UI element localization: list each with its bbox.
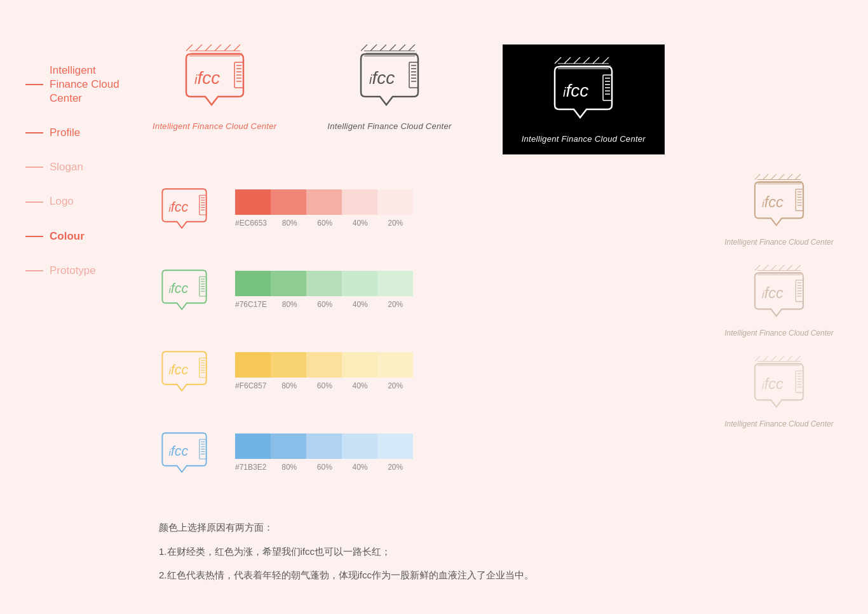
color-row-green: ifcc xyxy=(153,261,709,318)
sidebar-dash xyxy=(25,132,43,133)
svg-text:ifcc: ifcc xyxy=(194,68,220,88)
swatch-bar-green xyxy=(235,271,413,296)
svg-line-39 xyxy=(574,57,580,64)
pct-60: 60% xyxy=(307,463,342,472)
pct-80: 80% xyxy=(272,219,307,228)
right-logo-label-3: Intelligent Finance Cloud Center xyxy=(724,420,833,428)
sidebar-dash xyxy=(25,84,43,85)
svg-line-89 xyxy=(779,174,784,179)
hex-value: #F6C857 xyxy=(235,381,266,390)
sidebar-item-logo[interactable]: Logo xyxy=(25,194,121,208)
logo-label-red: Intelligent Finance Cloud Center xyxy=(153,121,276,132)
svg-line-107 xyxy=(787,265,792,270)
sidebar-item-prototype[interactable]: Prototype xyxy=(25,264,121,278)
sidebar-dash xyxy=(25,270,43,271)
swatch-60 xyxy=(306,271,342,296)
pct-40: 40% xyxy=(342,219,377,228)
svg-text:ifcc: ifcc xyxy=(168,363,188,378)
pct-20: 20% xyxy=(378,300,413,309)
svg-line-38 xyxy=(564,57,571,64)
svg-line-105 xyxy=(771,265,776,270)
swatch-40 xyxy=(342,189,377,215)
right-logo-label-2: Intelligent Finance Cloud Center xyxy=(724,329,833,338)
swatch-labels-red: #EC6653 80% 60% 40% 20% xyxy=(235,219,413,228)
right-logo-item-3: ifcc Intelligent Finance Cloud Cent xyxy=(724,355,833,428)
right-logo-item-1: ifcc Intelligent Finance Cloud Cent xyxy=(724,174,833,247)
swatch-20 xyxy=(377,433,413,459)
svg-line-41 xyxy=(593,57,599,64)
swatch-group-blue: #71B3E2 80% 60% 40% 20% xyxy=(235,433,413,472)
pct-60: 60% xyxy=(307,381,342,390)
logo-card-red: ifcc Intelligent Finance Cloud Center xyxy=(153,44,276,132)
black-bg-container: ifcc Intelligent Finance Cloud Cent xyxy=(503,44,665,154)
pct-40: 40% xyxy=(342,300,377,309)
pct-60: 60% xyxy=(308,219,342,228)
sidebar-item-profile[interactable]: Profile xyxy=(25,126,121,140)
color-main-section: ifcc xyxy=(153,180,849,500)
logo-card-black: ifcc Intelligent Finance Cloud Cent xyxy=(503,44,665,154)
description-section: 颜色上选择原因有两方面： 1.在财经类，红色为涨，希望我们ifcc也可以一路长红… xyxy=(153,519,849,583)
swatch-20 xyxy=(377,271,413,296)
svg-line-125 xyxy=(795,356,800,361)
svg-line-120 xyxy=(755,356,760,361)
svg-line-8 xyxy=(234,44,240,51)
color-row-red: ifcc xyxy=(153,180,709,237)
svg-line-3 xyxy=(186,44,193,51)
svg-line-91 xyxy=(795,174,800,179)
swatch-labels-green: #76C17E 80% 60% 40% 20% xyxy=(235,300,413,309)
pct-20: 20% xyxy=(377,381,413,390)
swatch-60 xyxy=(306,433,342,459)
hex-value: #71B3E2 xyxy=(235,463,266,472)
logo-svg-red: ifcc xyxy=(173,44,256,114)
color-row-blue: ifcc xyxy=(153,424,709,481)
swatch-100 xyxy=(235,433,271,459)
svg-line-42 xyxy=(602,57,609,64)
svg-text:ifcc: ifcc xyxy=(563,81,588,100)
logo-svg-white: ifcc xyxy=(542,57,625,127)
svg-line-123 xyxy=(779,356,784,361)
swatch-bar-blue xyxy=(235,433,413,459)
sidebar-dash xyxy=(25,167,43,168)
svg-line-23 xyxy=(390,44,396,51)
swatch-labels-blue: #71B3E2 80% 60% 40% 20% xyxy=(235,463,413,472)
swatch-group-yellow: #F6C857 80% 60% 40% 20% xyxy=(235,352,413,390)
right-logo-column: ifcc Intelligent Finance Cloud Cent xyxy=(709,174,849,500)
swatch-80 xyxy=(271,352,306,378)
swatch-group-red: #EC6653 80% 60% 40% 20% xyxy=(235,189,413,228)
svg-text:ifcc: ifcc xyxy=(369,68,395,88)
sidebar-dash xyxy=(25,201,43,203)
sidebar-item-finance-cloud[interactable]: Intelligent Finance Cloud Center xyxy=(25,64,121,106)
swatch-100 xyxy=(235,189,271,215)
logo-label-black: Intelligent Finance Cloud Center xyxy=(522,133,646,145)
color-logo-yellow: ifcc xyxy=(153,343,216,400)
svg-line-122 xyxy=(771,356,776,361)
svg-line-6 xyxy=(215,44,221,51)
swatch-40 xyxy=(342,433,377,459)
description-line1: 1.在财经类，红色为涨，希望我们ifcc也可以一路长红； xyxy=(159,543,849,560)
sidebar: Intelligent Finance Cloud Center Profile… xyxy=(0,25,140,610)
svg-line-40 xyxy=(583,57,590,64)
svg-line-7 xyxy=(224,44,231,51)
svg-text:ifcc: ifcc xyxy=(168,444,188,460)
sidebar-item-slogan[interactable]: Slogan xyxy=(25,160,121,174)
svg-line-121 xyxy=(763,356,768,361)
swatch-labels-yellow: #F6C857 80% 60% 40% 20% xyxy=(235,381,413,390)
pct-40: 40% xyxy=(342,381,378,390)
svg-line-22 xyxy=(380,44,386,51)
svg-line-25 xyxy=(409,44,415,51)
logo-label-outline: Intelligent Finance Cloud Center xyxy=(327,121,451,132)
main-content: ifcc Intelligent Finance Cloud Center xyxy=(140,25,868,610)
right-logo-label-1: Intelligent Finance Cloud Center xyxy=(724,238,833,247)
color-logo-red: ifcc xyxy=(153,180,216,237)
swatch-60 xyxy=(306,352,342,378)
svg-text:ifcc: ifcc xyxy=(762,285,783,302)
svg-text:ifcc: ifcc xyxy=(762,376,783,393)
svg-line-124 xyxy=(787,356,792,361)
pct-80: 80% xyxy=(271,381,307,390)
color-logo-blue: ifcc xyxy=(153,424,216,481)
svg-line-24 xyxy=(399,44,405,51)
top-logo-row: ifcc Intelligent Finance Cloud Center xyxy=(153,44,849,154)
pct-40: 40% xyxy=(342,463,378,472)
swatch-80 xyxy=(271,271,306,296)
sidebar-item-colour[interactable]: Colour xyxy=(25,229,121,243)
